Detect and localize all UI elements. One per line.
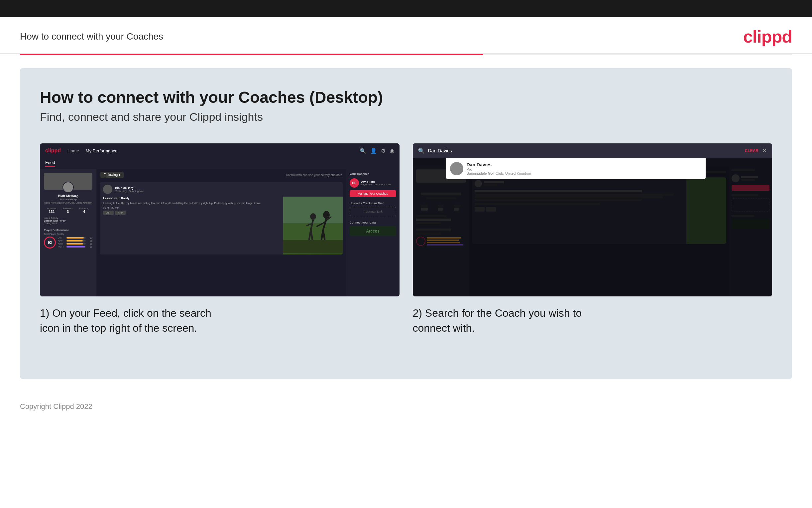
bar-arg-fill	[66, 243, 83, 245]
bar-arg-track	[66, 243, 86, 245]
bar-putt-label: PUTT	[58, 246, 65, 248]
result-avatar	[450, 162, 463, 175]
page-title: How to connect with your Coaches	[20, 31, 163, 42]
search-result-dropdown: Dan Davies Pro Sunningdale Golf Club, Un…	[446, 158, 706, 179]
bar-putt: PUTT 96	[58, 246, 92, 248]
stat-followers-label: Followers	[63, 207, 73, 210]
following-bar: Following ▾ Control who can see your act…	[96, 169, 346, 181]
search-result-item[interactable]: Dan Davies Pro Sunningdale Golf Club, Un…	[450, 162, 702, 175]
bar-ott-track	[66, 237, 86, 239]
lesson-info: Blair McHarg Yesterday · Sunningdale	[115, 186, 144, 193]
latest-label: Latest Activity	[44, 217, 92, 219]
search-icon[interactable]: 🔍	[360, 148, 366, 154]
quality-circle: 92	[44, 237, 56, 249]
app-screen-1: clippd Home My Performance 🔍 👤 ⚙ ◉ Feed	[40, 143, 399, 296]
coach-club-1: Royal North Devon Golf Club	[361, 183, 391, 186]
trackman-box: Trackman Link	[350, 207, 396, 216]
step-2-description: 2) Search for the Coach you wish toconne…	[413, 306, 772, 336]
lesson-coach-time: Yesterday · Sunningdale	[115, 189, 144, 193]
profile-stats: Activities 131 Followers 3 Following 4	[44, 207, 92, 214]
action-ott[interactable]: OTT	[103, 211, 114, 215]
coach-item-1: DF David Ford Royal North Devon Golf Clu…	[350, 178, 396, 187]
lesson-coach-name: Blair McHarg	[115, 186, 144, 189]
close-search-button[interactable]: ✕	[762, 147, 767, 154]
app-screen-2: 🔍 CLEAR ✕ Dan Davies Pro Sunningdale	[413, 143, 772, 296]
bar-app-track	[66, 240, 86, 242]
screenshot-2: 🔍 CLEAR ✕ Dan Davies Pro Sunningdale	[413, 143, 772, 336]
main-subheading: Find, connect and share your Clippd insi…	[40, 111, 772, 123]
latest-activity: Latest Activity Lesson with Fordy 03 Aug…	[44, 217, 92, 224]
bar-arg: ARG 86	[58, 243, 92, 245]
following-button[interactable]: Following ▾	[100, 172, 124, 178]
result-role: Pro	[467, 167, 531, 171]
bar-ott-fill	[66, 237, 84, 239]
stat-following-label: Following	[80, 207, 89, 210]
lesson-card: Blair McHarg Yesterday · Sunningdale Les…	[100, 182, 343, 254]
result-club: Sunningdale Golf Club, United Kingdom	[467, 171, 531, 175]
main-heading: How to connect with your Coaches (Deskto…	[40, 88, 772, 107]
profile-location: Royal North Devon Golf Club, United King…	[44, 202, 92, 204]
lesson-title: Lesson with Fordy	[103, 197, 280, 200]
lesson-text: Lesson with Fordy Looking to feel like m…	[100, 197, 283, 254]
clippd-logo: clippd	[743, 27, 792, 47]
coach-avatar-1: DF	[350, 178, 359, 187]
avatar-icon[interactable]: ◉	[389, 148, 394, 154]
app-navbar-1: clippd Home My Performance 🔍 👤 ⚙ ◉	[40, 143, 399, 158]
lesson-body: Lesson with Fordy Looking to feel like m…	[100, 197, 343, 254]
coach-info-1: David Ford Royal North Devon Golf Club	[361, 180, 391, 186]
main-content: How to connect with your Coaches (Deskto…	[20, 68, 792, 379]
trackman-text: Trackman Link	[353, 210, 393, 213]
result-name: Dan Davies	[467, 162, 531, 167]
nav-home[interactable]: Home	[67, 149, 79, 153]
coaches-sidebar-1: Your Coaches DF David Ford Royal North D…	[346, 169, 399, 296]
lesson-actions: OTT APP	[103, 211, 280, 215]
bar-arg-value: 86	[87, 243, 92, 245]
latest-value: Lesson with Fordy	[44, 219, 92, 222]
bar-putt-track	[66, 246, 86, 248]
player-performance: Player Performance Total Player Quality …	[44, 228, 92, 249]
coaches-title: Your Coaches	[350, 172, 396, 176]
app-main-1: Blair McHarg Plus Handicap Royal North D…	[40, 169, 399, 296]
bar-arg-label: ARG	[58, 243, 65, 245]
profile-banner	[44, 173, 92, 189]
settings-icon[interactable]: ⚙	[381, 148, 386, 154]
stat-followers: Followers 3	[63, 207, 73, 214]
screenshot-1: clippd Home My Performance 🔍 👤 ⚙ ◉ Feed	[40, 143, 399, 336]
bar-app-fill	[66, 240, 83, 242]
stat-following: Following 4	[80, 207, 89, 214]
total-quality-label: Total Player Quality	[44, 233, 92, 235]
latest-date: 03 Aug 2022	[44, 222, 92, 224]
quality-bars: OTT 90 APP	[58, 237, 92, 249]
lesson-header: Blair McHarg Yesterday · Sunningdale	[100, 182, 343, 197]
bar-ott-value: 90	[87, 237, 92, 239]
coach-name-1: David Ford	[361, 180, 391, 183]
svg-point-9	[310, 213, 316, 220]
search-input[interactable]	[428, 148, 742, 153]
svg-rect-2	[283, 240, 343, 253]
control-link[interactable]: Control who can see your activity and da…	[286, 173, 342, 177]
svg-point-3	[323, 211, 330, 219]
result-info: Dan Davies Pro Sunningdale Golf Club, Un…	[467, 162, 531, 175]
search-icon-overlay: 🔍	[418, 148, 425, 154]
clear-button[interactable]: CLEAR	[745, 149, 759, 153]
perf-label: Player Performance	[44, 228, 92, 231]
arccos-text: Arccos	[352, 229, 393, 234]
header-divider	[20, 54, 792, 55]
profile-icon[interactable]: 👤	[370, 148, 377, 154]
connect-section: Connect your data Arccos	[350, 221, 396, 236]
stat-activities-value: 131	[47, 210, 56, 214]
center-feed-1: Following ▾ Control who can see your act…	[96, 169, 346, 296]
app-logo-1: clippd	[45, 148, 61, 154]
screenshot-1-mockup: clippd Home My Performance 🔍 👤 ⚙ ◉ Feed	[40, 143, 399, 296]
action-app[interactable]: APP	[115, 211, 126, 215]
feed-tab[interactable]: Feed	[45, 160, 55, 167]
stat-following-value: 4	[80, 210, 89, 214]
upload-section: Upload a Trackman Test Trackman Link	[350, 202, 396, 216]
bar-ott: OTT 90	[58, 237, 92, 239]
nav-my-performance[interactable]: My Performance	[86, 149, 117, 153]
manage-coaches-btn[interactable]: Manage Your Coaches	[350, 190, 396, 197]
bar-ott-label: OTT	[58, 237, 65, 239]
top-bar	[0, 0, 812, 17]
step-1-description: 1) On your Feed, click on the searchicon…	[40, 306, 399, 336]
bar-app-label: APP	[58, 240, 65, 242]
